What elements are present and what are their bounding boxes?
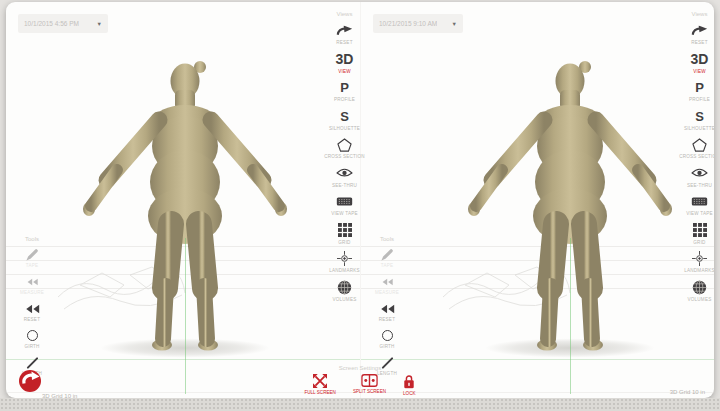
view-item-label: VIEW — [338, 69, 351, 74]
grid-toggle-button[interactable]: GRID — [693, 223, 707, 245]
grid-scale-label-right: 3D Grid 10 in — [670, 389, 705, 395]
see-thru-button[interactable]: SEE-THRU — [687, 166, 712, 188]
reset-tool-button[interactable]: RESET — [24, 302, 41, 322]
tape-tool-button[interactable]: TAPE — [26, 248, 38, 268]
landmarks-button[interactable]: LANDMARKS — [329, 251, 359, 273]
tools-toolbar-header: Tools — [25, 236, 39, 242]
reset-arrow-icon — [336, 23, 353, 38]
tool-item-label: RESET — [24, 317, 40, 322]
grid-toggle-button[interactable]: GRID — [338, 223, 352, 245]
tools-toolbar: Tools TAPE MEASURE RESET GIRTH LENGTH — [17, 236, 47, 383]
reset-view-button[interactable]: RESET — [691, 23, 708, 45]
3d-view-button[interactable]: 3D VIEW — [691, 52, 709, 74]
chevron-down-icon: ▼ — [452, 21, 457, 27]
view-item-label: SEE-THRU — [687, 183, 712, 188]
scan-panel-left: 10/1/2015 4:56 PM ▼ Views RESET 3D VIEW … — [6, 2, 360, 398]
view-item-label: CROSS SECTION — [679, 154, 714, 159]
view-item-label: LANDMARKS — [684, 268, 714, 273]
back-arrow-icon — [381, 275, 394, 288]
view-item-label: CROSS SECTION — [324, 154, 365, 159]
circle-icon — [27, 329, 38, 342]
measure-tool-button[interactable]: MEASURE — [375, 275, 399, 295]
tape-tool-button[interactable]: TAPE — [381, 248, 393, 268]
globe-icon — [692, 280, 707, 295]
view-tape-button[interactable]: VIEW TAPE — [686, 194, 712, 216]
measuring-tape-icon — [691, 194, 708, 209]
landmarks-button[interactable]: LANDMARKS — [684, 251, 714, 273]
silhouette-text-icon: S — [695, 109, 704, 124]
profile-view-button[interactable]: P PROFILE — [334, 80, 355, 102]
grid-icon — [338, 223, 352, 238]
reset-tool-button[interactable]: RESET — [379, 302, 396, 322]
tool-item-label: MEASURE — [375, 290, 399, 295]
scan-date-dropdown[interactable]: 10/21/2015 9:10 AM ▼ — [373, 14, 463, 33]
screen-setting-label: FULL SCREEN — [304, 390, 335, 395]
views-toolbar: Views RESET 3D VIEW P PROFILE S SILHOUET… — [330, 11, 359, 308]
split-screen-icon — [361, 374, 378, 387]
circle-icon — [382, 329, 393, 342]
full-screen-button[interactable]: FULL SCREEN — [304, 374, 335, 396]
vertical-grid-line — [570, 238, 571, 394]
view-item-label: VIEW TAPE — [331, 211, 357, 216]
lock-button[interactable]: LOCK — [403, 374, 416, 396]
view-item-label: VIEW TAPE — [686, 211, 712, 216]
silhouette-text-icon: S — [340, 109, 349, 124]
window-bottom-strip — [0, 398, 720, 411]
screen-settings-group: Screen Settings FULL SCREEN SPLIT SCREEN… — [295, 365, 425, 396]
girth-tool-button[interactable]: GIRTH — [379, 329, 394, 349]
view-tape-button[interactable]: VIEW TAPE — [331, 194, 357, 216]
view-item-label: PROFILE — [334, 97, 355, 102]
scan-date-value: 10/21/2015 9:10 AM — [379, 20, 437, 27]
line-icon — [25, 356, 40, 369]
eye-icon — [691, 166, 708, 181]
measure-tool-button[interactable]: MEASURE — [20, 275, 44, 295]
tools-toolbar-header: Tools — [380, 236, 394, 242]
silhouette-view-button[interactable]: S SILHOUETTE — [684, 109, 714, 131]
chevron-down-icon: ▼ — [97, 21, 102, 27]
view-item-label: SILHOUETTE — [329, 126, 360, 131]
3d-text-icon: 3D — [691, 52, 709, 67]
landmarks-icon — [337, 251, 352, 266]
rotate-logo-button[interactable] — [18, 369, 42, 393]
pentagon-icon — [692, 137, 707, 152]
volumes-button[interactable]: VOLUMES — [333, 280, 357, 302]
views-toolbar-header: Views — [337, 11, 353, 17]
see-thru-button[interactable]: SEE-THRU — [332, 166, 357, 188]
profile-view-button[interactable]: P PROFILE — [689, 80, 710, 102]
cross-section-button[interactable]: CROSS SECTION — [679, 137, 714, 159]
globe-icon — [337, 280, 352, 295]
floor-grid-line-green — [361, 359, 714, 360]
view-item-label: VOLUMES — [688, 297, 712, 302]
profile-text-icon: P — [695, 80, 704, 95]
scan-comparison-window: 10/1/2015 4:56 PM ▼ Views RESET 3D VIEW … — [6, 2, 714, 398]
scan-date-dropdown[interactable]: 10/1/2015 4:56 PM ▼ — [18, 14, 108, 33]
scan-panel-right: 10/21/2015 9:10 AM ▼ Views RESET 3D VIEW… — [360, 2, 714, 398]
view-item-label: PROFILE — [689, 97, 710, 102]
view-item-label: VIEW — [693, 69, 706, 74]
eye-icon — [336, 166, 353, 181]
double-back-arrow-icon — [24, 302, 41, 315]
fullscreen-arrows-icon — [313, 374, 327, 388]
pencil-icon — [381, 248, 393, 261]
3d-view-button[interactable]: 3D VIEW — [336, 52, 354, 74]
double-back-arrow-icon — [379, 302, 396, 315]
tool-item-label: MEASURE — [20, 290, 44, 295]
floor-grid-line-green — [6, 359, 360, 360]
view-item-label: SILHOUETTE — [684, 126, 714, 131]
3d-text-icon: 3D — [336, 52, 354, 67]
view-item-label: RESET — [336, 40, 352, 45]
split-screen-button[interactable]: SPLIT SCREEN — [353, 374, 386, 396]
screen-setting-label: LOCK — [403, 391, 416, 396]
reset-view-button[interactable]: RESET — [336, 23, 353, 45]
landmarks-icon — [692, 251, 707, 266]
volumes-button[interactable]: VOLUMES — [688, 280, 712, 302]
view-item-label: GRID — [693, 240, 705, 245]
cross-section-button[interactable]: CROSS SECTION — [324, 137, 365, 159]
view-item-label: VOLUMES — [333, 297, 357, 302]
silhouette-view-button[interactable]: S SILHOUETTE — [329, 109, 360, 131]
measuring-tape-icon — [336, 194, 353, 209]
views-toolbar: Views RESET 3D VIEW P PROFILE S SILHOUET… — [685, 11, 714, 308]
profile-text-icon: P — [340, 80, 349, 95]
view-item-label: LANDMARKS — [329, 268, 359, 273]
girth-tool-button[interactable]: GIRTH — [24, 329, 39, 349]
